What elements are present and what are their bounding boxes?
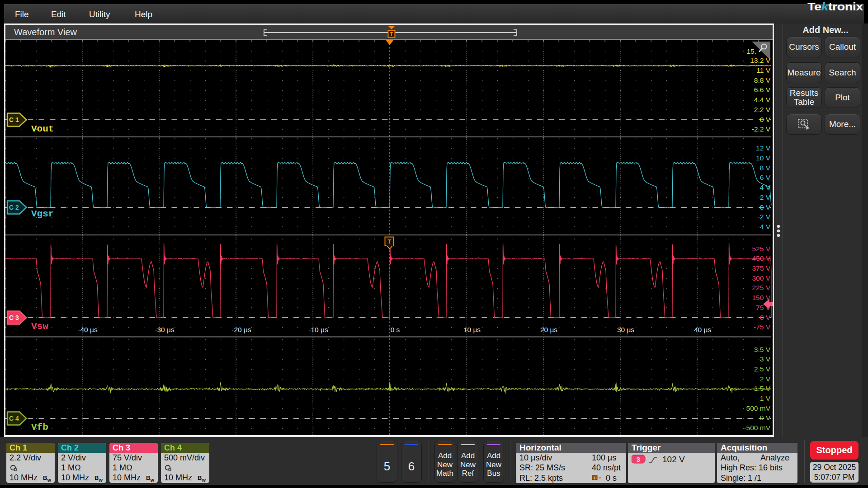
svg-text:C 4: C 4 xyxy=(9,415,19,422)
svg-text:C 1: C 1 xyxy=(9,116,19,123)
svg-text:T: T xyxy=(388,238,392,245)
svg-text:3: 3 xyxy=(637,456,640,463)
svg-text:T: T xyxy=(594,476,596,480)
svg-text:102 V: 102 V xyxy=(662,455,685,464)
svg-text:T: T xyxy=(390,31,393,38)
svg-text:C 2: C 2 xyxy=(9,204,19,211)
svg-text:C 3: C 3 xyxy=(9,314,19,321)
